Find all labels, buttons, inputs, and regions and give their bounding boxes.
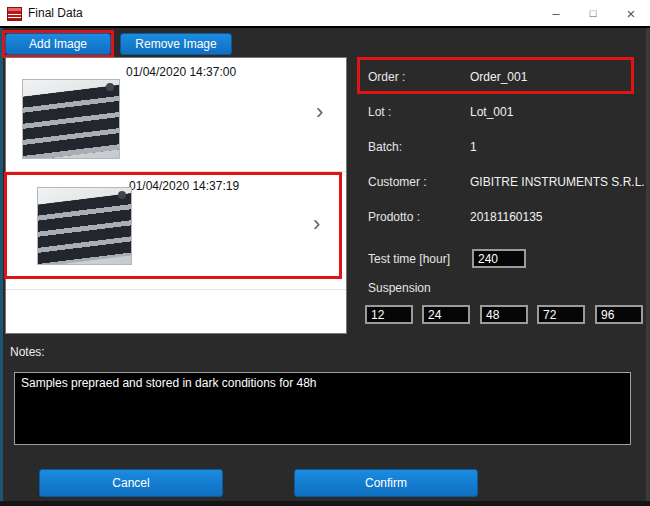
test-time-label: Test time [hour] xyxy=(368,252,450,266)
order-label: Order : xyxy=(368,70,405,84)
customer-label: Customer : xyxy=(368,175,427,189)
order-value: Order_001 xyxy=(470,70,527,84)
window-title: Final Data xyxy=(28,0,83,27)
suspension-input-1[interactable] xyxy=(365,305,413,324)
suspension-input-3[interactable] xyxy=(480,305,528,324)
title-bar: Final Data – □ × xyxy=(0,0,650,28)
remove-image-button[interactable]: Remove Image xyxy=(120,33,232,55)
customer-value: GIBITRE INSTRUMENTS S.R.L. xyxy=(470,175,645,189)
list-separator xyxy=(6,289,346,290)
batch-value: 1 xyxy=(470,140,477,154)
test-time-input[interactable] xyxy=(472,249,526,268)
suspension-label: Suspension xyxy=(368,281,431,295)
sample-photo-thumbnail xyxy=(22,79,120,159)
annotation-selected-image: 01/04/2020 14:37:19 › xyxy=(4,172,342,279)
app-logo-icon xyxy=(7,7,22,21)
notes-textarea[interactable]: Samples prepraed and stored in dark cond… xyxy=(14,372,631,445)
suspension-input-5[interactable] xyxy=(595,305,643,324)
suspension-input-2[interactable] xyxy=(422,305,470,324)
suspension-input-4[interactable] xyxy=(537,305,585,324)
window-accent-border xyxy=(0,28,3,506)
annotation-add-image: Add Image xyxy=(2,30,114,58)
minimize-icon[interactable]: – xyxy=(537,0,575,27)
chevron-right-icon[interactable]: › xyxy=(313,213,320,235)
add-image-button[interactable]: Add Image xyxy=(5,33,111,55)
final-data-window: Final Data – □ × Add Image Remove Image … xyxy=(0,0,650,506)
image-timestamp: 01/04/2020 14:37:19 xyxy=(129,179,239,193)
batch-label: Batch: xyxy=(368,140,402,154)
maximize-icon[interactable]: □ xyxy=(574,0,612,27)
sample-photo-thumbnail xyxy=(37,187,132,265)
window-right-border xyxy=(646,28,650,506)
confirm-button[interactable]: Confirm xyxy=(294,469,478,497)
window-bottom-border xyxy=(0,501,650,506)
annotation-order-field: Order : Order_001 xyxy=(357,57,634,94)
prodotto-value: 20181160135 xyxy=(470,210,543,224)
lot-label: Lot : xyxy=(368,105,391,119)
chevron-right-icon[interactable]: › xyxy=(316,101,323,123)
notes-label: Notes: xyxy=(10,345,45,359)
image-timestamp: 01/04/2020 14:37:00 xyxy=(126,65,236,79)
close-icon[interactable]: × xyxy=(612,0,650,27)
cancel-button[interactable]: Cancel xyxy=(39,469,223,497)
lot-value: Lot_001 xyxy=(470,105,513,119)
prodotto-label: Prodotto : xyxy=(368,210,420,224)
image-list: 01/04/2020 14:37:00 › 01/04/2020 14:37:1… xyxy=(5,57,347,334)
